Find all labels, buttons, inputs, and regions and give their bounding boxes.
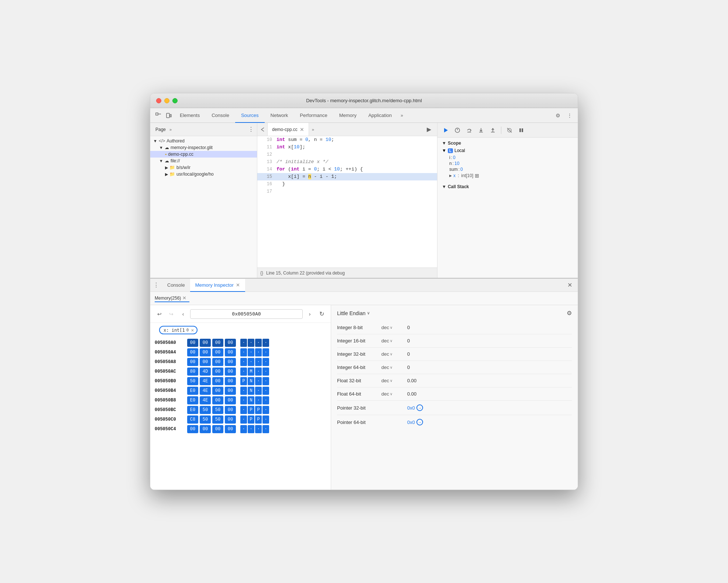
deactivate-breakpoints-button[interactable] [504,125,515,135]
hex-byte[interactable]: 4E [200,387,211,395]
hex-byte[interactable]: 00 [225,406,236,414]
tab-console[interactable]: Console [206,108,235,123]
tab-more[interactable]: » [398,113,406,118]
hex-byte[interactable]: 4D [200,368,211,376]
tab-memory[interactable]: Memory [333,108,363,123]
address-input[interactable] [190,309,303,319]
hex-byte[interactable]: 00 [200,339,211,347]
hex-byte[interactable]: 00 [225,377,236,385]
insp-format-int16[interactable]: dec ∨ [381,338,407,344]
scope-var-x[interactable]: ▶ x : int[10] ⊞ [442,172,573,179]
hex-byte[interactable]: 00 [225,387,236,395]
hex-byte[interactable]: 00 [200,425,211,433]
step-out-button[interactable] [488,125,498,135]
memory-inspect-icon[interactable]: ⊞ [475,173,479,179]
hex-byte[interactable]: E0 [187,406,198,414]
history-forward-button[interactable]: ↪ [166,309,176,319]
insp-format-float64[interactable]: dec ∨ [381,391,407,397]
hex-byte[interactable]: 00 [187,425,198,433]
close-button[interactable] [156,98,161,103]
hex-byte[interactable]: 00 [225,358,236,366]
panel-more-icon[interactable]: » [169,127,172,132]
maximize-button[interactable] [172,98,178,103]
step-over-button[interactable] [464,125,474,135]
pointer-64-link[interactable]: 0x0 → [407,419,572,425]
hex-byte[interactable]: 00 [225,425,236,433]
device-icon[interactable] [164,110,174,121]
hex-byte[interactable]: 00 [212,348,223,356]
hex-byte[interactable]: E0 [187,396,198,404]
step-into-button[interactable] [476,125,486,135]
memory-subtab-256[interactable]: Memory(256) ✕ [155,294,189,302]
tab-console-bottom[interactable]: Console [162,279,190,292]
settings-icon[interactable]: ⚙ [553,110,563,121]
hex-byte[interactable]: 00 [212,396,223,404]
hex-byte[interactable]: 00 [212,425,223,433]
pause-on-exception-button[interactable] [452,125,463,135]
resume-button[interactable] [440,125,451,135]
scope-local-header[interactable]: ▼ L Local [442,148,573,153]
memory-subtab-close-icon[interactable]: ✕ [182,295,186,301]
tab-performance[interactable]: Performance [294,108,333,123]
endian-selector[interactable]: Little Endian ∨ [337,310,370,316]
tree-item-authored[interactable]: ▼ </> Authored [150,138,257,144]
hex-byte[interactable]: 00 [225,415,236,424]
hex-byte[interactable]: 50 [212,415,223,424]
hex-byte[interactable]: 00 [212,377,223,385]
pointer-32-link[interactable]: 0x0 → [407,404,572,411]
refresh-button[interactable]: ↻ [317,309,326,319]
hex-byte[interactable]: 00 [225,368,236,376]
hex-byte[interactable]: E0 [187,387,198,395]
hex-byte[interactable]: 00 [187,348,198,356]
pause-button[interactable] [516,125,526,135]
insp-format-float32[interactable]: dec ∨ [381,378,407,383]
bottom-close-button[interactable]: ✕ [564,280,575,290]
hex-byte[interactable]: 80 [187,368,198,376]
insp-format-int8[interactable]: dec ∨ [381,325,407,330]
insp-format-int32[interactable]: dec ∨ [381,351,407,357]
hex-byte[interactable]: 00 [187,358,198,366]
hex-byte[interactable]: 00 [225,339,236,347]
tree-item-demo-cpp[interactable]: ▪ demo-cpp.cc [150,151,257,158]
history-back-button[interactable]: ↩ [155,309,164,319]
insp-format-int64[interactable]: dec ∨ [381,365,407,370]
tree-item-bsw[interactable]: ▶ 📁 b/s/w/ir [150,164,257,171]
tab-memory-inspector[interactable]: Memory Inspector ✕ [190,279,245,292]
nav-next-button[interactable]: › [305,309,315,319]
inspector-settings-icon[interactable]: ⚙ [567,310,572,317]
hex-byte[interactable]: 00 [212,368,223,376]
run-button[interactable]: ▶ [424,124,434,135]
editor-tab-demo-cpp[interactable]: demo-cpp.cc ✕ [268,123,309,136]
hex-byte[interactable]: 00 [225,348,236,356]
panel-kebab-icon[interactable]: ⋮ [248,126,254,133]
hex-byte[interactable]: 00 [200,358,211,366]
hex-byte[interactable]: 50 [200,406,211,414]
tree-item-file[interactable]: ▼ ☁ file:// [150,158,257,164]
hex-byte[interactable]: 00 [212,387,223,395]
minimize-button[interactable] [164,98,169,103]
tab-elements[interactable]: Elements [174,108,206,123]
tree-item-usr[interactable]: ▶ 📁 usr/local/google/ho [150,171,257,177]
hex-byte[interactable]: 50 [212,406,223,414]
tree-item-memory-inspector[interactable]: ▼ ☁ memory-inspector.glit [150,144,257,151]
hex-byte[interactable]: 4E [200,396,211,404]
inspect-icon[interactable] [153,110,164,121]
hex-byte[interactable]: 50 [187,377,198,385]
hex-byte[interactable]: 00 [187,339,198,347]
hex-byte[interactable]: 00 [212,358,223,366]
hex-byte[interactable]: C8 [187,415,198,424]
kebab-menu-icon[interactable]: ⋮ [564,110,575,121]
memory-inspector-tab-close-icon[interactable]: ✕ [236,282,240,288]
editor-tab-more-icon[interactable]: » [309,127,317,132]
hex-byte[interactable]: 50 [200,415,211,424]
tab-sources[interactable]: Sources [235,108,265,123]
tab-network[interactable]: Network [265,108,294,123]
hex-byte[interactable]: 00 [212,339,223,347]
nav-prev-button[interactable]: ‹ [178,309,188,319]
collapse-icon[interactable] [257,123,268,136]
hex-byte[interactable]: 00 [200,348,211,356]
hex-byte[interactable]: 4E [200,377,211,385]
bottom-kebab-icon[interactable]: ⋮ [153,282,159,289]
tab-application[interactable]: Application [363,108,398,123]
hex-byte[interactable]: 00 [225,396,236,404]
